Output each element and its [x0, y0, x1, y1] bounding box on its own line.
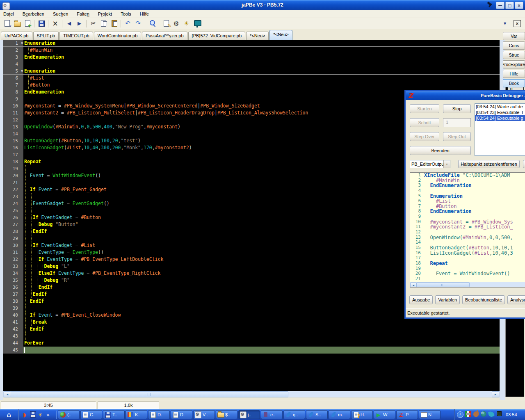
taskbar-window-button[interactable]: N.	[419, 410, 441, 419]
scroll-left-arrow[interactable]: ◄	[4, 391, 11, 397]
nav-back-button[interactable]: ◀	[64, 19, 74, 28]
file-tab[interactable]: SPLIT.pb	[33, 32, 59, 40]
redo-button[interactable]: ↷	[133, 19, 143, 28]
menu-bearbeiten[interactable]: Bearbeiten	[23, 11, 44, 16]
menu-datei[interactable]: Datei	[3, 11, 14, 16]
taskbar-window-button[interactable]: ⚙V..	[193, 410, 215, 419]
quick-launch-spark-ql[interactable]: ☀	[37, 411, 43, 418]
save-button[interactable]	[36, 19, 46, 28]
taskbar-window-button[interactable]: q..	[283, 410, 305, 419]
file-tab[interactable]: [PB]572_VidCompare.pb	[188, 32, 246, 40]
taskbar-window-button[interactable]: (..	[58, 410, 80, 419]
debugger-source-view[interactable]: 1XIncludeFile "C:\DOCUME~1\ADM2 #MainWin…	[410, 172, 525, 288]
procedure-dropdown[interactable]: PB_EditorOutput. ▼	[410, 160, 450, 168]
sidebar-tab-hilfe[interactable]: Hilfe	[503, 70, 525, 78]
menu-projekt[interactable]: Projekt	[98, 11, 112, 16]
delete-button[interactable]: ×	[50, 19, 60, 28]
code-line[interactable]: 43	[3, 333, 500, 340]
sidebar-tab-book[interactable]: Book	[503, 79, 525, 87]
sidebar-tab-procexplorer[interactable]: ProcExplorer	[503, 60, 525, 68]
compile-gear-button[interactable]: ⚙	[171, 19, 181, 28]
code-line[interactable]: 44ForEver	[3, 340, 500, 347]
start-button[interactable]: ⌂	[0, 409, 18, 420]
tab-dropdown-button[interactable]: ▼	[501, 19, 509, 28]
scroll-left-arrow[interactable]: ◄	[410, 282, 417, 288]
minimize-button[interactable]: —	[496, 2, 504, 9]
step-count-field[interactable]: 1	[443, 118, 471, 127]
sidebar-tab-cons[interactable]: Cons	[503, 41, 525, 50]
new-template-button[interactable]: +	[22, 19, 32, 28]
file-tab[interactable]: PassAnal^^yzer.pb	[142, 32, 187, 40]
scroll-right-arrow[interactable]: ►	[492, 391, 499, 397]
code-line[interactable]: 3EndEnumeration	[3, 54, 500, 61]
debugger-log-list[interactable]: [03:54:24] Warte auf de[03:54:23] Execut…	[475, 103, 525, 156]
file-tab[interactable]: UnPACK.pb	[1, 32, 32, 40]
clipped-button[interactable]	[523, 160, 525, 168]
debugger-tab-variablen[interactable]: Variablen	[435, 295, 460, 304]
sidebar-tab-var[interactable]: Var	[503, 32, 525, 40]
file-tab[interactable]: *<Neu>	[246, 32, 269, 40]
properties-button[interactable]: ✎	[161, 19, 171, 28]
debug-sun-button[interactable]: ☀	[181, 19, 192, 28]
taskbar-window-button[interactable]: C.	[80, 410, 102, 419]
menu-falten[interactable]: Falten	[77, 11, 89, 16]
stop-button[interactable]: Stop	[443, 104, 471, 113]
taskbar-window-button[interactable]: ?H.	[351, 410, 373, 419]
nav-forward-button[interactable]: ▶	[74, 19, 84, 28]
breakpoint-button[interactable]: Haltepunkt setzen/entfernen	[458, 160, 520, 168]
taskbar-window-button[interactable]: S..	[306, 410, 328, 419]
copy-button[interactable]	[98, 19, 109, 28]
code-line[interactable]: 1▼Enumeration	[3, 40, 500, 47]
search-button[interactable]	[147, 19, 157, 28]
taskbar-window-button[interactable]: T..	[103, 410, 125, 419]
scrollbar-thumb[interactable]	[11, 391, 288, 397]
tray-dragon[interactable]	[488, 411, 495, 419]
file-tab[interactable]: TIMEOUT.pb	[59, 32, 93, 40]
tray-chevron-icon[interactable]: ‹	[457, 411, 463, 418]
taskbar-window-button[interactable]: ⚙j..	[238, 410, 260, 419]
code-line[interactable]: 41 Break	[3, 319, 500, 326]
open-folder-button[interactable]	[12, 19, 22, 28]
debugger-title-bar[interactable]: Z PureBasic Debugger - PB_	[406, 91, 525, 100]
menu-hilfe[interactable]: Hilfe	[140, 11, 149, 16]
taskbar-window-button[interactable]: $..	[216, 410, 237, 419]
editor-horizontal-scrollbar[interactable]: ◄ ►	[3, 391, 500, 397]
scrollbar-thumb[interactable]	[416, 282, 470, 287]
taskbar-window-button[interactable]: D.	[148, 410, 170, 419]
taskbar-window-button[interactable]: ▶W.	[374, 410, 395, 419]
quick-launch-more-chevron[interactable]: »	[45, 411, 51, 418]
taskbar-window-button[interactable]: K..	[126, 410, 147, 419]
undo-button[interactable]: ↶	[123, 19, 133, 28]
code-line[interactable]: 45	[3, 347, 500, 354]
tray-qb[interactable]: qb	[480, 411, 487, 419]
debugger-tab-ausgabe[interactable]: Ausgabe	[409, 295, 433, 304]
sidebar-tab-struc[interactable]: Struc	[503, 51, 525, 59]
tab-close-button[interactable]: ×	[514, 20, 521, 27]
file-tab[interactable]: WordCombinator.pb	[94, 32, 142, 40]
fold-marker-icon[interactable]: ▼	[21, 40, 23, 47]
close-button[interactable]: ×	[515, 2, 523, 9]
fold-marker-icon[interactable]: ▼	[21, 68, 23, 75]
run-monitor-button[interactable]	[192, 19, 202, 28]
debugger-tab-beobachtungsliste[interactable]: Beobachtungsliste	[462, 295, 505, 304]
log-entry[interactable]: [03:54:23] Executable-T	[475, 110, 525, 115]
menu-suchen[interactable]: Suchen	[53, 11, 68, 16]
taskbar-window-button[interactable]: m.	[329, 410, 350, 419]
code-line[interactable]: 6 #List	[3, 75, 500, 82]
file-tab[interactable]: *<Neu>	[269, 30, 292, 40]
maximize-button[interactable]: □	[505, 2, 514, 9]
tray-donkey[interactable]	[472, 411, 479, 419]
code-line[interactable]: 2 #MainWin	[3, 47, 500, 54]
log-entry[interactable]: [03:54:24] Executable g	[475, 115, 525, 121]
taskbar-window-button[interactable]: e..	[261, 410, 283, 419]
cut-button[interactable]: ✂	[88, 19, 98, 28]
code-line[interactable]: 4	[3, 61, 500, 68]
quick-launch-floppy-ql[interactable]	[29, 411, 36, 419]
tray-monitor-tray[interactable]	[496, 411, 502, 419]
code-line[interactable]: 5▼Enumeration	[3, 68, 500, 75]
beenden-button[interactable]: Beenden	[410, 146, 471, 155]
pin-icon[interactable]	[486, 1, 493, 9]
code-line[interactable]: 7 #Button	[3, 82, 500, 89]
quick-launch-dc[interactable]: ◗	[21, 411, 28, 418]
paste-button[interactable]	[109, 19, 119, 28]
